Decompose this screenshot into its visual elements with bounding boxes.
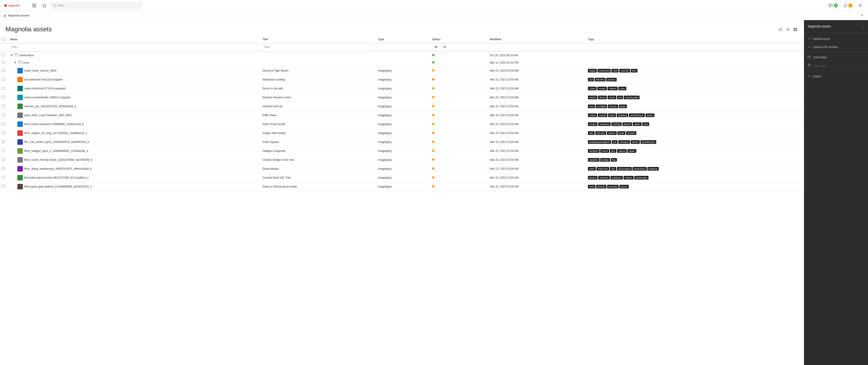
row-name: travel-demo	[20, 54, 34, 57]
row-modified-cell: Mar 23, 2023 10:59 AM	[487, 93, 585, 102]
row-checkbox[interactable]	[2, 131, 5, 134]
row-status-cell	[429, 182, 487, 191]
tag: nature	[607, 131, 617, 135]
row-name-cell: flickr_dubai_mattharveyl_16087410975_e8e…	[7, 164, 260, 173]
file-thumbnail	[18, 95, 23, 100]
row-checkbox[interactable]	[2, 69, 5, 72]
row-checkbox[interactable]	[2, 114, 5, 116]
row-name: tours	[23, 61, 29, 64]
svg-rect-5	[32, 5, 33, 6]
list-view-button[interactable]	[785, 27, 791, 33]
row-checkbox[interactable]	[2, 104, 5, 108]
svg-point-12	[54, 4, 56, 6]
tag: sea-life	[619, 69, 630, 72]
row-tags-cell: weathercloudskynaturewater	[585, 147, 804, 155]
breadcrumb-close-button[interactable]: ×	[860, 12, 864, 19]
apps-icon-button[interactable]	[30, 1, 38, 9]
svg-rect-14	[829, 4, 832, 7]
row-tags-cell: townhigh-risecityskyscraperdowntownbuild…	[585, 164, 804, 173]
paste-item-button[interactable]: Paste item	[804, 62, 868, 70]
panel-close-button[interactable]: ›	[862, 24, 864, 29]
row-checkbox-cell	[0, 164, 7, 173]
file-thumbnail	[18, 113, 23, 118]
tasks-button[interactable]: 0	[827, 2, 840, 8]
row-tags-cell: weatherbridgefog	[585, 155, 804, 164]
tasks-icon	[829, 3, 833, 7]
filter-status-cell: All Active	[429, 43, 487, 52]
name-filter-input[interactable]	[10, 44, 257, 49]
row-checkbox[interactable]	[2, 167, 5, 170]
svg-rect-28	[794, 28, 795, 29]
row-checkbox[interactable]	[2, 54, 5, 57]
row-name: ruben-mishchuk-571314-unsplash	[24, 87, 66, 90]
row-checkbox-cell	[0, 75, 7, 84]
row-checkbox[interactable]	[2, 78, 5, 81]
row-status-cell	[429, 52, 487, 59]
search-bar[interactable]	[50, 2, 142, 9]
expand-button[interactable]: ▼	[14, 61, 17, 64]
user-icon	[858, 3, 862, 7]
row-checkbox[interactable]	[2, 96, 5, 98]
tree-view-button[interactable]	[777, 27, 784, 33]
row-checkbox[interactable]	[2, 122, 5, 125]
status-dot	[432, 132, 434, 134]
name-header: Name	[7, 36, 260, 43]
svg-rect-10	[35, 6, 36, 7]
select-all-checkbox[interactable]	[2, 37, 5, 40]
grid-view-button[interactable]	[792, 27, 799, 33]
add-folder-button[interactable]: Add folder	[804, 53, 868, 62]
tag: fish	[631, 69, 638, 72]
tag: outdoors	[598, 122, 611, 126]
row-checkbox[interactable]	[2, 61, 5, 64]
row-title-cell: Eiffel Tower	[260, 111, 375, 120]
svg-rect-25	[786, 28, 789, 29]
tag: dusk	[617, 131, 625, 135]
row-type-cell: image/jpeg	[375, 138, 429, 147]
filter-title-cell	[260, 43, 375, 52]
panel-divider-1	[804, 52, 868, 52]
table-row: flicr_iran_ninara_by20_13974556578_ee8d3…	[0, 138, 804, 147]
row-title-cell: Halligen Langeneß	[260, 147, 375, 155]
row-checkbox[interactable]	[2, 140, 5, 143]
import-button[interactable]: ↗ Import	[804, 72, 868, 80]
row-title-cell: Charles Bridge in the mist	[260, 155, 375, 164]
upload-zip-button[interactable]: ↗ Upload ZIP archive	[804, 43, 868, 51]
svg-rect-4	[35, 4, 36, 5]
main-layout: Magnolia assets	[0, 20, 868, 365]
search-input[interactable]	[58, 4, 139, 7]
add-folder-label: Add folder	[813, 56, 827, 59]
svg-rect-31	[796, 30, 797, 31]
status-filter-select[interactable]: All Active	[432, 44, 447, 50]
row-type-cell: image/jpeg	[375, 102, 429, 111]
row-tags-cell	[585, 52, 804, 59]
row-checkbox[interactable]	[2, 149, 5, 152]
tag: shrine	[619, 185, 629, 188]
row-status-cell	[429, 102, 487, 111]
user-icon-button[interactable]	[856, 1, 864, 9]
notifications-button[interactable]: 1	[841, 2, 854, 8]
svg-rect-23	[779, 30, 780, 31]
row-checkbox-cell	[0, 138, 7, 147]
tag: ocean	[588, 122, 597, 126]
tag: ocean	[597, 87, 607, 90]
filter-tags-cell	[585, 43, 804, 52]
row-checkbox[interactable]	[2, 176, 5, 179]
row-name: flickr_dubai_mattharveyl_16087410975_e8e…	[24, 167, 92, 171]
upload-asset-button[interactable]: ↗ Upload asset	[804, 34, 868, 43]
file-thumbnail	[18, 148, 23, 154]
row-checkbox[interactable]	[2, 185, 5, 188]
panel-divider-2	[804, 71, 868, 71]
status-dot	[432, 96, 434, 98]
expand-button[interactable]: ▼	[10, 54, 13, 57]
title-filter-input[interactable]	[262, 44, 372, 49]
table-row: ▼toursMar 12, 2015 01:43 PM	[0, 59, 804, 66]
filter-checkbox-cell	[0, 43, 7, 52]
tag: water	[633, 122, 642, 126]
row-checkbox-cell	[0, 182, 7, 191]
table-row: vietnam_jan_16323513143_82062f3a9a_kViet…	[0, 102, 804, 111]
row-modified-cell: Mar 23, 2023 10:59 AM	[487, 182, 585, 191]
row-checkbox[interactable]	[2, 87, 5, 90]
row-checkbox[interactable]	[2, 158, 5, 161]
row-modified-cell: Mar 23, 2023 10:59 AM	[487, 138, 585, 147]
favorites-icon-button[interactable]	[40, 1, 49, 9]
